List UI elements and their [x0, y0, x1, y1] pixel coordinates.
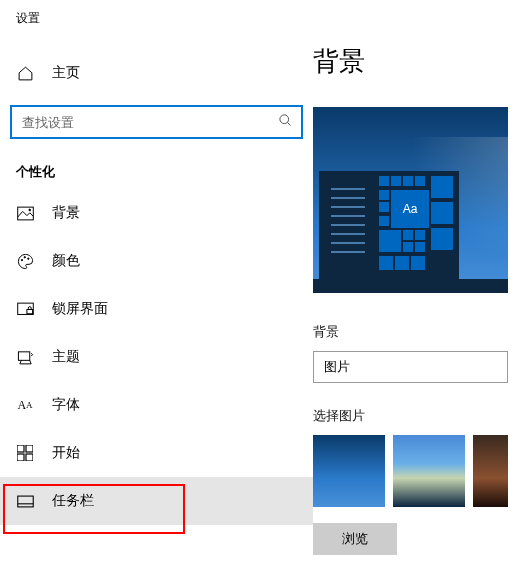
lockscreen-icon	[16, 300, 34, 318]
desktop-preview: Aa	[313, 107, 508, 293]
svg-rect-13	[26, 454, 33, 461]
window-title: 设置	[0, 0, 313, 27]
svg-point-6	[27, 257, 28, 258]
sidebar-item-background[interactable]: 背景	[0, 189, 313, 237]
search-input-container[interactable]	[10, 105, 303, 139]
start-icon	[16, 444, 34, 462]
page-title: 背景	[313, 0, 532, 79]
home-label: 主页	[52, 64, 80, 82]
font-icon: AA	[16, 396, 34, 414]
browse-button[interactable]: 浏览	[313, 523, 397, 555]
taskbar-icon	[16, 492, 34, 510]
sidebar-item-label: 开始	[52, 444, 80, 462]
svg-point-0	[280, 115, 289, 124]
search-icon	[278, 113, 293, 131]
image-icon	[16, 204, 34, 222]
svg-point-3	[28, 209, 30, 211]
sidebar: 设置 主页 个性化	[0, 0, 313, 577]
sidebar-item-label: 背景	[52, 204, 80, 222]
svg-line-1	[287, 122, 290, 125]
svg-point-4	[21, 259, 22, 260]
personalization-section-title: 个性化	[0, 139, 313, 189]
sidebar-item-lockscreen[interactable]: 锁屏界面	[0, 285, 313, 333]
sidebar-item-taskbar[interactable]: 任务栏	[0, 477, 313, 525]
background-type-dropdown[interactable]: 图片	[313, 351, 508, 383]
svg-rect-12	[17, 454, 24, 461]
sidebar-item-label: 锁屏界面	[52, 300, 108, 318]
preview-sample-tile: Aa	[391, 190, 429, 228]
home-icon	[16, 64, 34, 82]
image-thumbnails	[313, 435, 508, 507]
sidebar-item-label: 颜色	[52, 252, 80, 270]
svg-rect-11	[26, 445, 33, 452]
image-thumbnail[interactable]	[473, 435, 508, 507]
background-field-label: 背景	[313, 323, 532, 341]
choose-image-label: 选择图片	[313, 407, 532, 425]
sidebar-item-colors[interactable]: 颜色	[0, 237, 313, 285]
home-button[interactable]: 主页	[0, 53, 313, 93]
sidebar-item-start[interactable]: 开始	[0, 429, 313, 477]
dropdown-value: 图片	[324, 358, 350, 376]
image-thumbnail[interactable]	[313, 435, 385, 507]
sidebar-item-fonts[interactable]: AA 字体	[0, 381, 313, 429]
palette-icon	[16, 252, 34, 270]
svg-rect-8	[26, 309, 32, 313]
themes-icon	[16, 348, 34, 366]
svg-rect-10	[17, 445, 24, 452]
sidebar-item-label: 任务栏	[52, 492, 94, 510]
sidebar-item-label: 主题	[52, 348, 80, 366]
image-thumbnail[interactable]	[393, 435, 465, 507]
main-panel: 背景 Aa	[313, 0, 532, 577]
svg-rect-14	[17, 496, 32, 507]
svg-point-5	[24, 256, 25, 257]
svg-rect-9	[18, 351, 29, 360]
sidebar-item-label: 字体	[52, 396, 80, 414]
search-input[interactable]	[22, 115, 278, 130]
sidebar-item-themes[interactable]: 主题	[0, 333, 313, 381]
